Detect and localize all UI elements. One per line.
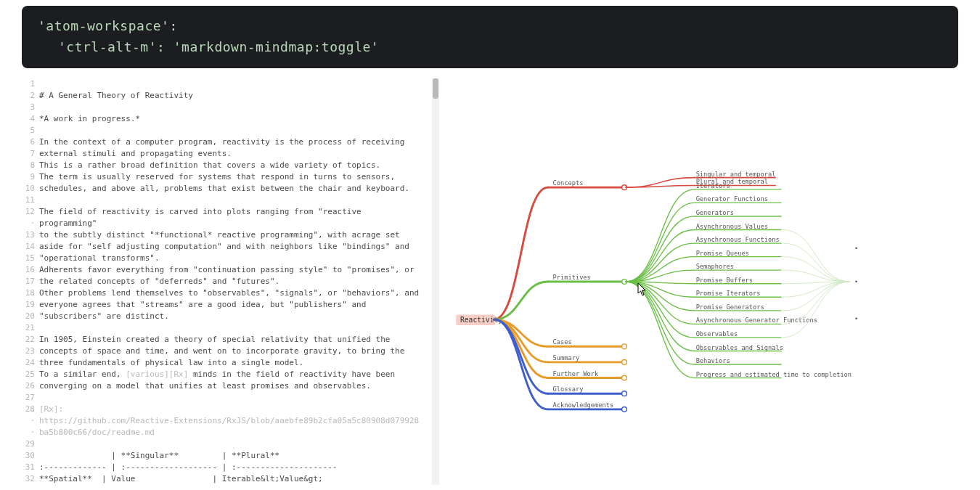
mindmap-leaf-label[interactable]: Observables and Signals [696, 343, 783, 351]
mindmap-branch-label[interactable]: Cases [553, 338, 572, 346]
line-number: 29 [22, 438, 35, 450]
line-number: 1 [22, 78, 35, 90]
code-line[interactable] [39, 78, 439, 90]
code-line[interactable]: *A work in progress.* [39, 113, 439, 125]
code-line[interactable] [39, 125, 439, 136]
code-line[interactable]: three fundamentals of physical law into … [39, 357, 439, 369]
code-line[interactable]: # A General Theory of Reactivity [39, 90, 439, 102]
code-line[interactable] [39, 195, 439, 206]
line-number: 23 [22, 346, 35, 357]
line-number-gutter: 123456789101112·131415161718192021222324… [22, 78, 39, 485]
code-line[interactable]: external stimuli and propagating events. [39, 148, 439, 160]
mindmap-leaf-label[interactable]: Promise Iterators [696, 290, 761, 297]
mindmap-leaf-label[interactable]: Progress and estimated time to completio… [696, 370, 852, 377]
code-line[interactable]: the related concepts of "deferreds" and … [39, 276, 439, 287]
line-number: 5 [22, 125, 35, 136]
line-number: 26 [22, 380, 35, 392]
mindmap-node[interactable] [622, 359, 627, 364]
editor-scrollbar-thumb[interactable] [433, 78, 438, 99]
code-line[interactable]: This is a rather broad definition that c… [39, 160, 439, 171]
code-line[interactable]: To a similar end, [various][Rx] minds in… [39, 369, 439, 380]
code-line[interactable]: "subscribers" are distinct. [39, 311, 439, 322]
line-number: 21 [22, 322, 35, 334]
mindmap-leaf-label[interactable]: Promise Generators [696, 303, 764, 310]
mindmap-pane[interactable]: ReactivityConceptsSingular and temporalP… [439, 78, 958, 485]
line-number: · [22, 218, 35, 229]
mindmap-node[interactable] [622, 391, 627, 396]
line-number: 9 [22, 171, 35, 183]
mindmap-leaf-label[interactable]: Observables [696, 330, 738, 338]
code-line[interactable]: ba5b800c66/doc/readme.md [39, 427, 439, 438]
mindmap-node[interactable] [622, 407, 627, 412]
code-line[interactable]: In the context of a computer program, re… [39, 136, 439, 148]
line-number: 16 [22, 264, 35, 276]
code-line[interactable]: Other problems lend themselves to "obser… [39, 287, 439, 299]
code-line[interactable] [39, 438, 439, 450]
mindmap-leaf-label[interactable]: Generator Functions [696, 195, 768, 203]
mindmap-branch-label[interactable]: Acknowledgements [553, 401, 614, 409]
code-line[interactable]: concepts of space and time, and went on … [39, 346, 439, 357]
keymap-codeblock: 'atom-workspace': 'ctrl-alt-m': 'markdow… [22, 6, 958, 68]
line-number: 17 [22, 276, 35, 287]
editor-code-area[interactable]: # A General Theory of Reactivity*A work … [39, 78, 439, 485]
mindmap-leaf-label[interactable]: Promise Queues [696, 249, 749, 256]
markdown-editor-pane[interactable]: 123456789101112·131415161718192021222324… [22, 78, 439, 485]
code-line[interactable]: [Rx]: [39, 404, 439, 415]
mindmap-node[interactable] [622, 343, 627, 348]
mindmap-leaf-label[interactable]: Generators [696, 209, 734, 216]
line-number: 14 [22, 241, 35, 253]
code-line[interactable]: The term is usually reserved for systems… [39, 171, 439, 183]
mindmap-leaf-label[interactable]: Promise Buffers [696, 276, 753, 283]
code-line[interactable]: aside for "self adjusting computation" a… [39, 241, 439, 253]
mindmap-branch-label[interactable]: Further Work [553, 369, 600, 377]
code-line[interactable]: In 1905, Einstein created a theory of sp… [39, 334, 439, 346]
mindmap-collapse-marker[interactable]: • [854, 315, 858, 322]
mindmap-branch-label[interactable]: Glossary [553, 385, 584, 393]
mindmap-leaf-label[interactable]: Asynchronous Generator Functions [696, 317, 817, 324]
line-number: 15 [22, 253, 35, 264]
line-number: 25 [22, 369, 35, 380]
mindmap-leaf-label[interactable]: Singular and temporal [696, 170, 776, 177]
keymap-binding-cmd: 'markdown-mindmap:toggle' [173, 39, 379, 54]
line-number: 7 [22, 148, 35, 160]
code-line[interactable] [39, 392, 439, 404]
line-number: 32 [22, 473, 35, 485]
code-line[interactable]: The field of reactivity is carved into p… [39, 206, 439, 218]
mindmap-leaf-label[interactable]: Behaviors [696, 357, 730, 364]
code-line[interactable] [39, 102, 439, 113]
code-line[interactable] [39, 322, 439, 334]
line-number: 11 [22, 195, 35, 206]
line-number: 28 [22, 404, 35, 415]
code-line[interactable]: :------------- | :------------------- | … [39, 462, 439, 473]
mindmap-leaf-label[interactable]: Asynchronous Functions [696, 236, 780, 243]
code-line[interactable]: "operational transforms". [39, 253, 439, 264]
code-line[interactable]: converging on a model that unifies at le… [39, 380, 439, 392]
mindmap-svg[interactable]: ReactivityConceptsSingular and temporalP… [439, 78, 958, 485]
mindmap-branch-label[interactable]: Primitives [553, 274, 591, 281]
keymap-scope: 'atom-workspace': [38, 18, 178, 33]
mindmap-collapse-marker[interactable]: • [854, 277, 858, 285]
code-line[interactable]: to the subtly distinct "*functional* rea… [39, 229, 439, 241]
code-line[interactable]: **Spatial** | Value | Iterable&lt;Value&… [39, 473, 439, 485]
mindmap-branch-label[interactable]: Summary [553, 354, 580, 362]
line-number: 6 [22, 136, 35, 148]
mindmap-leaf-label[interactable]: Semaphores [696, 263, 734, 270]
editor-scrollbar[interactable] [432, 78, 439, 485]
line-number: 20 [22, 311, 35, 322]
code-line[interactable]: | **Singular** | **Plural** [39, 450, 439, 462]
line-number: 4 [22, 113, 35, 125]
code-line[interactable]: Adherents favor everything from "continu… [39, 264, 439, 276]
mindmap-leaf-label[interactable]: Asynchronous Values [696, 222, 768, 229]
mindmap-branch-label[interactable]: Concepts [553, 179, 584, 187]
mindmap-collapse-marker[interactable]: • [854, 245, 858, 252]
line-number: 8 [22, 160, 35, 171]
mindmap-leaf-label[interactable]: Iterators [696, 182, 730, 189]
code-line[interactable]: everyone agrees that "streams" are a goo… [39, 299, 439, 311]
code-line[interactable]: https://github.com/Reactive-Extensions/R… [39, 415, 439, 427]
code-line[interactable]: schedules, and above all, problems that … [39, 183, 439, 195]
line-number: · [22, 415, 35, 427]
mindmap-node[interactable] [622, 375, 627, 380]
line-number: 10 [22, 183, 35, 195]
code-line[interactable]: programming" [39, 218, 439, 229]
line-number: 30 [22, 450, 35, 462]
